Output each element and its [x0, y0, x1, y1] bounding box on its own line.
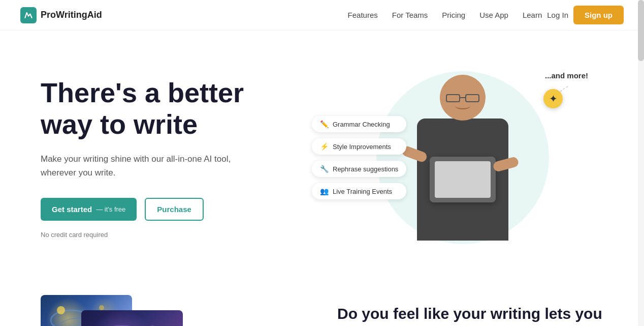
pill-training: 👥 Live Training Events [312, 183, 406, 199]
brand-logo[interactable]: ProWritingAid [20, 7, 102, 23]
brand-name: ProWritingAid [41, 10, 102, 20]
pill-rephrase: 🔧 Rephrase suggestions [312, 161, 406, 177]
hero-title: There's a better way to write [41, 77, 322, 140]
pill-style-label: Style Improvements [333, 143, 391, 151]
hero-section: There's a better way to write Make your … [0, 31, 644, 275]
hero-content: There's a better way to write Make your … [41, 77, 322, 239]
training-icon: 👥 [320, 187, 329, 195]
hero-title-line1: There's a better [41, 77, 244, 108]
login-button[interactable]: Log In [547, 11, 568, 19]
navbar: ProWritingAid Features For Teams Pricing… [0, 0, 644, 31]
rephrase-icon: 🔧 [320, 165, 329, 173]
get-started-button[interactable]: Get started — it's free [41, 198, 137, 221]
scrollbar-thumb[interactable] [638, 0, 644, 61]
artwork-container: My idea in my head [41, 295, 213, 326]
star-badge: ✦ [543, 89, 563, 108]
hero-subtitle: Make your writing shine with our all-in-… [41, 152, 254, 180]
signup-button[interactable]: Sign up [573, 6, 624, 24]
hero-buttons: Get started — it's free Purchase [41, 198, 322, 221]
purchase-button[interactable]: Purchase [145, 198, 204, 221]
feature-pills: ✏️ Grammar Checking ⚡ Style Improvements… [312, 116, 406, 199]
section2-visual: My idea in my head [41, 295, 307, 326]
nav-use-app[interactable]: Use App [479, 11, 508, 19]
get-started-label: Get started [52, 205, 92, 214]
section-writing-fear: My idea in my head Do you feel like your… [0, 275, 644, 326]
purple-swirl-svg [81, 310, 183, 326]
nav-pricing[interactable]: Pricing [442, 11, 465, 19]
grammar-icon: ✏️ [320, 120, 329, 128]
section2-title: Do you feel like your writing lets you d… [337, 304, 603, 326]
page-scrollbar[interactable] [638, 0, 644, 326]
get-started-free: — it's free [96, 205, 125, 213]
nav-learn[interactable]: Learn [523, 11, 542, 19]
no-credit-text: No credit card required [41, 231, 322, 239]
style-icon: ⚡ [320, 142, 329, 151]
hero-title-line2: way to write [41, 109, 198, 139]
pill-style: ⚡ Style Improvements [312, 138, 406, 155]
hero-visual: ✏️ Grammar Checking ⚡ Style Improvements… [322, 61, 603, 254]
logo-icon [20, 7, 37, 23]
purple-artwork-image [81, 310, 183, 326]
nav-links: Features For Teams Pricing Use App Learn [348, 11, 542, 20]
pill-training-label: Live Training Events [333, 188, 392, 195]
section2-content: Do you feel like your writing lets you d… [307, 304, 603, 326]
pill-rephrase-label: Rephrase suggestions [333, 165, 398, 173]
pill-grammar-label: Grammar Checking [333, 121, 390, 128]
svg-point-4 [99, 305, 104, 310]
more-badge: ...and more! [545, 71, 588, 80]
nav-for-teams[interactable]: For Teams [392, 11, 428, 19]
pill-grammar: ✏️ Grammar Checking [312, 116, 406, 132]
nav-features[interactable]: Features [348, 11, 378, 19]
svg-point-3 [57, 306, 65, 314]
